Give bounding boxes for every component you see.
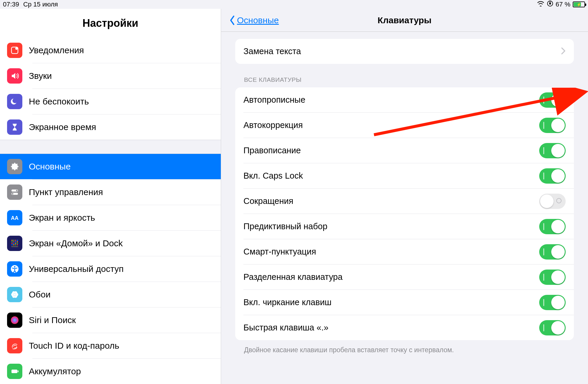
sidebar-item-label: Экран «Домой» и Dock xyxy=(29,238,123,248)
moon-icon xyxy=(7,94,22,109)
sidebar-item-label: Экранное время xyxy=(29,122,96,132)
svg-rect-1 xyxy=(549,3,551,4)
sidebar-item-pink-sound[interactable]: Звуки xyxy=(0,63,221,89)
cell-text-replacement[interactable]: Замена текста xyxy=(235,39,574,64)
switch-label: Предиктивный набор xyxy=(243,222,328,231)
chevron-left-icon xyxy=(229,15,235,25)
switch-cell: Правописание xyxy=(235,138,574,163)
switch-cell: Разделенная клавиатура xyxy=(235,265,574,290)
switch-label: Сокращения xyxy=(243,196,293,206)
battery-icon xyxy=(7,364,22,379)
sidebar-item-label: Siri и Поиск xyxy=(29,315,76,325)
switch-cell: Сокращения xyxy=(235,189,574,214)
switch-cell: Вкл. Caps Lock xyxy=(235,163,574,188)
svg-rect-20 xyxy=(13,240,14,241)
svg-rect-47 xyxy=(18,370,19,372)
switch-label: Разделенная клавиатура xyxy=(243,272,343,282)
wifi-icon xyxy=(537,1,544,8)
sidebar-item-battery[interactable]: Аккумулятор xyxy=(0,359,221,384)
sidebar-item-switches[interactable]: Пункт управления xyxy=(0,179,221,205)
gear-icon xyxy=(7,159,22,174)
toggle-switch[interactable] xyxy=(539,320,566,335)
toggle-switch[interactable] xyxy=(539,244,566,260)
nav-bar: Основные Клавиатуры xyxy=(221,9,588,32)
svg-point-17 xyxy=(12,193,14,195)
accessibility-icon xyxy=(7,261,22,277)
sidebar-title: Настройки xyxy=(0,9,221,38)
svg-rect-33 xyxy=(15,244,16,245)
sidebar-item-gear[interactable]: Основные xyxy=(0,154,221,179)
switch-label: Быстрая клавиша «.» xyxy=(243,323,328,333)
sidebar-item-red-square[interactable]: Уведомления xyxy=(0,38,221,63)
group-header-all-keyboards: ВСЕ КЛАВИАТУРЫ xyxy=(235,64,574,87)
svg-rect-22 xyxy=(17,240,18,241)
settings-sidebar: Настройки УведомленияЗвукиНе беспокоитьЭ… xyxy=(0,9,221,384)
svg-rect-34 xyxy=(17,244,18,245)
svg-point-37 xyxy=(14,266,16,268)
switch-label: Вкл. чиркание клавиш xyxy=(243,297,332,307)
red-square-icon xyxy=(7,43,22,58)
switch-cell: Быстрая клавиша «.» xyxy=(235,315,574,340)
svg-rect-24 xyxy=(13,241,14,242)
svg-rect-30 xyxy=(17,243,18,244)
status-date: Ср 15 июля xyxy=(23,1,58,8)
svg-rect-28 xyxy=(13,243,14,244)
sidebar-item-label: Звуки xyxy=(29,71,52,81)
toggle-switch[interactable] xyxy=(539,143,566,158)
sidebar-item-label: Универсальный доступ xyxy=(29,264,124,274)
sidebar-item-label: Уведомления xyxy=(29,45,84,55)
svg-text:AA: AA xyxy=(11,215,19,221)
sidebar-item-label: Основные xyxy=(29,162,71,172)
sidebar-item-label: Не беспокоить xyxy=(29,97,89,107)
sidebar-item-touchid[interactable]: Touch ID и код-пароль xyxy=(0,333,221,358)
toggle-switch[interactable] xyxy=(539,295,566,310)
svg-point-15 xyxy=(16,190,18,191)
switch-cell: Предиктивный набор xyxy=(235,214,574,239)
touchid-icon xyxy=(7,338,22,353)
status-time: 07:39 xyxy=(3,1,19,8)
svg-rect-29 xyxy=(15,243,16,244)
cell-label: Замена текста xyxy=(243,46,301,56)
sidebar-item-hourglass[interactable]: Экранное время xyxy=(0,114,221,140)
sidebar-item-label: Экран и яркость xyxy=(29,213,95,223)
svg-rect-27 xyxy=(11,243,13,244)
svg-point-38 xyxy=(14,293,16,296)
orientation-lock-icon xyxy=(547,0,553,9)
svg-point-45 xyxy=(11,316,19,324)
svg-rect-46 xyxy=(11,370,17,373)
toggle-switch[interactable] xyxy=(539,219,566,234)
switch-label: Автопрописные xyxy=(243,95,305,105)
toggle-switch[interactable] xyxy=(539,270,566,285)
home-grid-icon xyxy=(7,236,22,251)
detail-pane: Основные Клавиатуры Замена текста ВСЕ КЛ… xyxy=(221,9,588,384)
sidebar-item-label: Обои xyxy=(29,290,51,300)
svg-rect-25 xyxy=(15,241,16,242)
sidebar-item-aa[interactable]: AAЭкран и яркость xyxy=(0,205,221,230)
back-label: Основные xyxy=(237,15,279,25)
sidebar-item-accessibility[interactable]: Универсальный доступ xyxy=(0,256,221,282)
switches-icon xyxy=(7,184,22,200)
switch-label: Вкл. Caps Lock xyxy=(243,171,303,181)
sidebar-item-label: Аккумулятор xyxy=(29,366,81,376)
svg-rect-23 xyxy=(11,241,13,242)
back-button[interactable]: Основные xyxy=(229,15,279,25)
svg-rect-35 xyxy=(11,246,18,247)
switch-cell: Вкл. чиркание клавиш xyxy=(235,290,574,315)
sidebar-item-home-grid[interactable]: Экран «Домой» и Dock xyxy=(0,231,221,256)
toggle-switch[interactable] xyxy=(539,168,566,184)
sidebar-item-siri[interactable]: Siri и Поиск xyxy=(0,307,221,333)
flower-icon xyxy=(7,287,22,302)
siri-icon xyxy=(7,312,22,328)
svg-rect-21 xyxy=(15,240,16,241)
switch-cell: Автопрописные xyxy=(235,87,574,112)
sidebar-item-moon[interactable]: Не беспокоить xyxy=(0,89,221,114)
sidebar-item-flower[interactable]: Обои xyxy=(0,282,221,307)
battery-pct: 67 % xyxy=(556,1,570,8)
toggle-switch[interactable] xyxy=(539,194,566,209)
pink-sound-icon xyxy=(7,68,22,84)
toggle-switch[interactable] xyxy=(539,118,566,133)
switch-label: Смарт-пунктуация xyxy=(243,247,316,257)
hourglass-icon xyxy=(7,119,22,135)
toggle-switch[interactable] xyxy=(539,92,566,108)
group-text-replacement: Замена текста xyxy=(235,39,574,64)
